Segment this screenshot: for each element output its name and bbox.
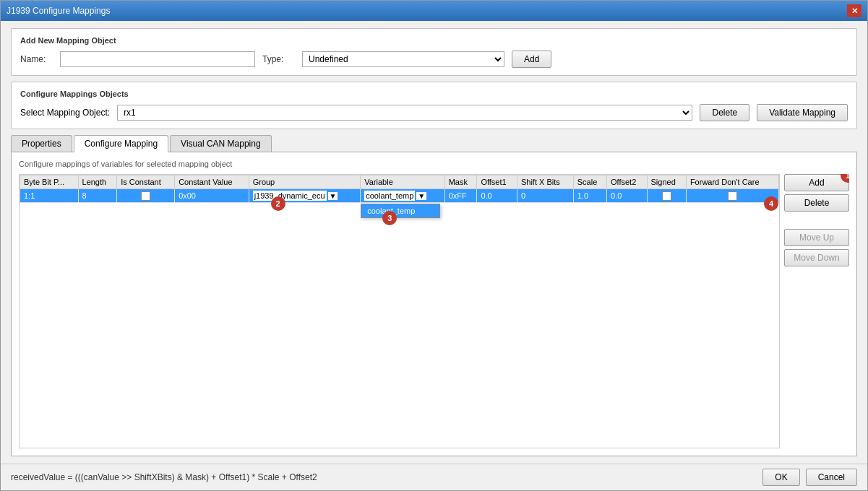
cell-group[interactable]: j1939_dynamic_ecu ▼ 2 xyxy=(249,189,361,203)
window-title: J1939 Configure Mappings xyxy=(7,6,110,16)
tabs-header: Properties Configure Mapping Visual CAN … xyxy=(11,135,857,152)
add-btn-wrapper: Add 1 xyxy=(784,174,849,191)
col-mask: Mask xyxy=(444,175,477,189)
is-constant-checkbox[interactable] xyxy=(141,191,150,201)
cell-shift-x-bits: 0 xyxy=(517,189,573,203)
cell-constant-value: 0x00 xyxy=(175,189,249,203)
tab-configure-mapping[interactable]: Configure Mapping xyxy=(74,135,168,152)
delete-mapping-button[interactable]: Delete xyxy=(700,104,749,121)
cell-forward-dont-care[interactable]: 4 xyxy=(686,189,778,203)
col-signed: Signed xyxy=(647,175,686,189)
move-down-button[interactable]: Move Down xyxy=(784,249,849,266)
variable-dropdown-popup: coolant_temp xyxy=(361,204,440,218)
table-row[interactable]: 1:1 8 0 xyxy=(20,189,779,203)
col-byte-bit: Byte Bit P... xyxy=(20,175,79,189)
cell-signed[interactable] xyxy=(647,189,686,203)
forward-dont-care-checkbox[interactable] xyxy=(728,191,737,201)
close-button[interactable]: ✕ xyxy=(847,4,861,17)
table-header-row: Byte Bit P... Length Is Constant Constan… xyxy=(20,175,779,189)
cell-byte-bit: 1:1 xyxy=(20,189,79,203)
col-scale: Scale xyxy=(573,175,606,189)
move-up-button[interactable]: Move Up xyxy=(784,229,849,246)
col-shift-x-bits: Shift X Bits xyxy=(517,175,573,189)
col-constant-value: Constant Value xyxy=(175,175,249,189)
tab-properties[interactable]: Properties xyxy=(11,135,72,152)
table-delete-button[interactable]: Delete xyxy=(784,194,849,212)
cell-variable[interactable]: coolant_temp ▼ coolant_temp xyxy=(361,189,444,203)
tab-configure-mapping-content: Configure mappings of variables for sele… xyxy=(11,152,857,456)
configure-label: Configure Mappings Objects xyxy=(20,90,848,98)
table-wrapper: Byte Bit P... Length Is Constant Constan… xyxy=(19,174,780,448)
cell-offset1: 0.0 xyxy=(477,189,517,203)
type-select[interactable]: Undefined RX TX xyxy=(302,51,504,67)
table-description: Configure mappings of variables for sele… xyxy=(19,160,849,168)
tabs-container: Properties Configure Mapping Visual CAN … xyxy=(11,135,857,456)
badge-2: 2 xyxy=(271,196,285,211)
side-buttons: Add 1 Delete Move Up Move Down xyxy=(780,174,849,448)
bottom-buttons: OK Cancel xyxy=(762,469,857,486)
col-is-constant: Is Constant xyxy=(117,175,175,189)
variable-dropdown-arrow[interactable]: ▼ xyxy=(416,192,426,200)
type-label: Type: xyxy=(262,54,295,64)
formula-text: receivedValue = (((canValue >> ShiftXBit… xyxy=(11,472,317,482)
col-group: Group xyxy=(249,175,361,189)
cell-mask: 0xFF xyxy=(444,189,477,203)
cell-is-constant[interactable] xyxy=(117,189,175,203)
validate-mapping-button[interactable]: Validate Mapping xyxy=(757,104,848,121)
tab-visual-can-mapping[interactable]: Visual CAN Mapping xyxy=(170,135,272,152)
cell-scale: 1.0 xyxy=(573,189,606,203)
cell-length: 8 xyxy=(78,189,117,203)
mappings-table: Byte Bit P... Length Is Constant Constan… xyxy=(20,175,779,203)
select-mapping-label: Select Mapping Object: xyxy=(20,108,110,118)
add-new-label: Add New Mapping Object xyxy=(20,36,848,45)
main-window: J1939 Configure Mappings ✕ Add New Mappi… xyxy=(0,0,868,491)
move-buttons: Move Up Move Down xyxy=(784,229,849,266)
configure-section: Configure Mappings Objects Select Mappin… xyxy=(11,82,857,129)
table-add-button[interactable]: Add xyxy=(784,174,849,191)
cell-offset2: 0.0 xyxy=(606,189,647,203)
bottom-bar: receivedValue = (((canValue >> ShiftXBit… xyxy=(1,464,867,490)
dropdown-item-coolant-temp[interactable]: coolant_temp xyxy=(361,204,439,217)
badge-3: 3 xyxy=(382,211,397,225)
col-variable: Variable xyxy=(361,175,444,189)
add-mapping-button[interactable]: Add xyxy=(512,51,551,68)
cancel-button[interactable]: Cancel xyxy=(806,469,857,486)
signed-checkbox[interactable] xyxy=(662,191,671,201)
table-area: Byte Bit P... Length Is Constant Constan… xyxy=(19,174,780,448)
mapping-object-select[interactable]: rx1 xyxy=(117,105,692,121)
col-length: Length xyxy=(78,175,117,189)
col-forward-dont-care: Forward Don't Care xyxy=(686,175,778,189)
badge-4: 4 xyxy=(764,196,778,211)
name-input[interactable] xyxy=(60,51,255,67)
col-offset1: Offset1 xyxy=(477,175,517,189)
group-dropdown-arrow[interactable]: ▼ xyxy=(328,192,338,200)
variable-value: coolant_temp xyxy=(364,191,415,201)
name-label: Name: xyxy=(20,54,53,64)
main-area: Byte Bit P... Length Is Constant Constan… xyxy=(19,174,849,448)
ok-button[interactable]: OK xyxy=(762,469,799,486)
col-offset2: Offset2 xyxy=(606,175,647,189)
add-new-section: Add New Mapping Object Name: Type: Undef… xyxy=(11,28,857,76)
title-bar: J1939 Configure Mappings ✕ xyxy=(1,1,867,21)
window-content: Add New Mapping Object Name: Type: Undef… xyxy=(1,21,867,464)
